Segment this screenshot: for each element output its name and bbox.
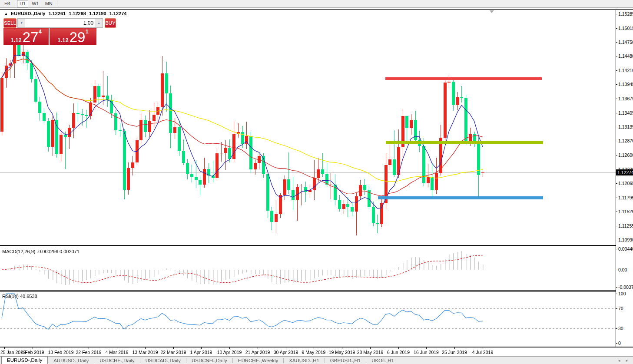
symbol-tab-ukoil[interactable]: UKOil-,H1 <box>366 357 399 364</box>
sell-price-box[interactable]: 1.12 27 4 <box>3 28 49 45</box>
rsi-tick <box>616 328 617 329</box>
price-chart-canvas[interactable] <box>0 10 616 245</box>
macd-label: MACD(12,26,9) -0.000296 0.002071 <box>2 249 80 254</box>
buy-price-box[interactable]: 1.12 29 1 <box>50 28 96 45</box>
toolbar-separator <box>15 1 15 7</box>
date-tick <box>145 347 146 349</box>
tab-scroll-right-icon[interactable]: ► <box>625 359 630 363</box>
buy-price-big: 29 <box>70 31 86 43</box>
price-axis-label: 1.12600 <box>618 152 633 158</box>
date-axis-label: 25 Jun 2019 <box>442 350 467 355</box>
macd-axis-label: 0.004465 <box>618 246 633 251</box>
price-axis-label: 1.13945 <box>618 82 633 87</box>
symbol-tab-usdcnh[interactable]: USDCNH-,Daily <box>186 357 232 364</box>
price-axis-label: 1.13675 <box>618 96 633 101</box>
rsi-axis-label: 70 <box>618 306 623 311</box>
price-tick <box>616 127 617 127</box>
date-axis-label: 13 Mar 2019 <box>133 350 158 355</box>
symbol-tab-usdcad[interactable]: USDCAD-,Daily <box>140 357 186 364</box>
timeframe-button-mn[interactable]: MN <box>43 0 55 7</box>
symbol-tab-bar: EURUSD-,DailyAUDUSD-,DailyUSDCHF-,DailyU… <box>0 356 633 364</box>
timeframe-button-h4[interactable]: H4 <box>2 0 13 7</box>
price-tick <box>616 226 617 226</box>
price-tick <box>616 84 617 85</box>
buy-price-pip: 1 <box>85 30 88 34</box>
date-tick <box>342 347 342 349</box>
date-tick <box>314 347 314 349</box>
price-tick <box>616 28 617 29</box>
date-tick <box>33 347 33 349</box>
date-tick <box>117 347 117 349</box>
tab-scroll-left-icon[interactable]: ◄ <box>617 359 623 363</box>
price-axis-label: 1.15015 <box>618 26 633 31</box>
price-axis[interactable]: 1.152851.150151.147501.144801.142101.139… <box>616 10 633 347</box>
price-axis-label: 1.14480 <box>618 53 633 59</box>
date-axis-label: 4 Jul 2019 <box>472 350 493 355</box>
price-tick <box>616 42 617 43</box>
price-tick <box>616 70 617 71</box>
rsi-axis-label: 30 <box>618 326 623 331</box>
quote-high: 1.12288 <box>69 11 86 16</box>
date-tick <box>229 347 230 349</box>
symbol-tab-eurchf[interactable]: EURCHF-,Weekly <box>233 357 283 364</box>
date-axis-label: 19 May 2019 <box>329 350 355 355</box>
date-axis-label: 10 Apr 2019 <box>217 350 242 355</box>
price-axis-label: 1.11525 <box>618 209 633 214</box>
price-tick <box>616 14 617 14</box>
date-axis-label: 21 Apr 2019 <box>245 350 270 355</box>
price-tick <box>616 113 617 113</box>
quote-header: ▲ EURUSD-,Daily 1.12261 1.12288 1.12190 … <box>4 11 126 16</box>
current-price-badge: 1.12274 <box>616 169 633 175</box>
sell-button[interactable]: SELL <box>3 18 17 28</box>
timeframe-button-w1[interactable]: W1 <box>29 0 42 7</box>
rsi-indicator-canvas[interactable] <box>0 292 616 347</box>
buy-price-prefix: 1.12 <box>57 37 68 43</box>
lot-size-input[interactable] <box>25 19 95 27</box>
timeframe-button-d1[interactable]: D1 <box>17 0 28 7</box>
symbol-tab-audusd[interactable]: AUDUSD-,Daily <box>48 357 94 364</box>
symbol-tab-gbpusd[interactable]: GBPUSD-,H1 <box>325 357 366 364</box>
rsi-axis-label: 0 <box>618 341 621 346</box>
macd-tick <box>616 287 617 288</box>
rsi-tick <box>616 308 617 309</box>
symbol-tab-usdchf[interactable]: USDCHF-,Daily <box>94 357 140 364</box>
lot-decrease-icon[interactable]: ▼ <box>18 19 25 27</box>
rsi-tick <box>616 294 617 294</box>
symbol-tab-xauusd[interactable]: XAUUSD-,H1 <box>284 357 325 364</box>
date-tick <box>4 347 5 349</box>
date-axis[interactable]: 25 Jan 20194 Feb 201913 Feb 201922 Feb 2… <box>0 347 633 357</box>
price-axis-label: 1.14210 <box>618 68 633 73</box>
price-axis-label: 1.13135 <box>618 124 633 129</box>
lot-size-spinner: ▼ ▲ <box>17 18 103 28</box>
macd-tick <box>616 249 617 249</box>
date-tick <box>398 347 399 349</box>
macd-axis-label: 0.00 <box>618 267 627 272</box>
rsi-label: RSI(14) 40.6538 <box>2 294 37 299</box>
date-tick <box>89 347 89 349</box>
rsi-tick <box>616 343 617 344</box>
symbol-tab-eurusd[interactable]: EURUSD-,Daily <box>1 356 48 364</box>
macd-indicator-canvas[interactable] <box>0 247 616 290</box>
toolbar-separator <box>57 1 57 7</box>
price-axis-label: 1.12065 <box>618 181 633 186</box>
sell-price-big: 27 <box>23 31 39 43</box>
buy-button[interactable]: BUY <box>105 18 116 28</box>
quote-low: 1.12190 <box>89 11 106 16</box>
price-axis-label: 1.12870 <box>618 138 633 143</box>
date-tick <box>201 347 202 349</box>
one-click-trading-panel: SELL ▼ ▲ BUY 1.12 27 4 1.12 29 1 <box>3 18 96 45</box>
rsi-axis-label: 100 <box>618 291 626 296</box>
symbol-title: EURUSD-,Daily <box>11 11 45 16</box>
date-axis-label: 4 Feb 2019 <box>21 350 44 355</box>
date-axis-label: 22 Feb 2019 <box>76 350 102 355</box>
price-tick <box>616 56 617 56</box>
date-axis-label: 6 Jun 2019 <box>387 350 410 355</box>
macd-tick <box>616 270 617 270</box>
date-tick <box>454 347 455 349</box>
sell-price-pip: 4 <box>38 30 41 34</box>
sell-price-prefix: 1.12 <box>10 37 21 43</box>
lot-increase-icon[interactable]: ▲ <box>95 19 103 27</box>
date-axis-label: 28 May 2019 <box>357 350 384 355</box>
collapse-panel-icon[interactable]: ▲ <box>4 12 8 16</box>
chart-shift-marker-icon[interactable] <box>490 10 494 13</box>
